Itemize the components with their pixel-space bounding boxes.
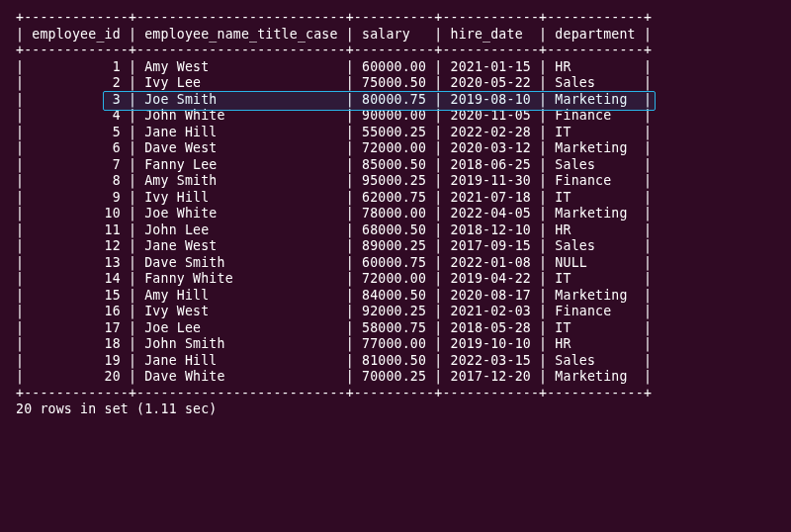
table-row[interactable]: | 4 | John White | 90000.00 | 2020-11-05… — [16, 108, 777, 125]
table-border: +-------------+-------------------------… — [16, 43, 777, 59]
table-row[interactable]: | 7 | Fanny Lee | 85000.50 | 2018-06-25 … — [16, 157, 777, 174]
table-row[interactable]: | 16 | Ivy West | 92000.25 | 2021-02-03 … — [16, 304, 777, 320]
table-row[interactable]: | 17 | Joe Lee | 58000.75 | 2018-05-28 |… — [16, 320, 777, 337]
terminal-output: +-------------+-------------------------… — [0, 0, 791, 434]
table-header: | employee_id | employee_name_title_case… — [16, 27, 777, 44]
table-row[interactable]: | 1 | Amy West | 60000.00 | 2021-01-15 |… — [16, 59, 777, 76]
table-row[interactable]: | 6 | Dave West | 72000.00 | 2020-03-12 … — [16, 140, 777, 157]
table-row[interactable]: | 3 | Joe Smith | 80000.75 | 2019-08-10 … — [16, 92, 777, 109]
result-footer: 20 rows in set (1.11 sec) — [16, 401, 777, 418]
table-row[interactable]: | 10 | Joe White | 78000.00 | 2022-04-05… — [16, 206, 777, 222]
table-row[interactable]: | 14 | Fanny White | 72000.00 | 2019-04-… — [16, 271, 777, 288]
table-row[interactable]: | 9 | Ivy Hill | 62000.75 | 2021-07-18 |… — [16, 190, 777, 207]
table-row[interactable]: | 8 | Amy Smith | 95000.25 | 2019-11-30 … — [16, 173, 777, 190]
table-row[interactable]: | 2 | Ivy Lee | 75000.50 | 2020-05-22 | … — [16, 75, 777, 92]
table-border: +-------------+-------------------------… — [16, 386, 777, 402]
table-row[interactable]: | 13 | Dave Smith | 60000.75 | 2022-01-0… — [16, 255, 777, 272]
table-row[interactable]: | 19 | Jane Hill | 81000.50 | 2022-03-15… — [16, 353, 777, 370]
table-row[interactable]: | 12 | Jane West | 89000.25 | 2017-09-15… — [16, 238, 777, 255]
table-row[interactable]: | 20 | Dave White | 70000.25 | 2017-12-2… — [16, 369, 777, 386]
table-row[interactable]: | 18 | John Smith | 77000.00 | 2019-10-1… — [16, 336, 777, 353]
table-row[interactable]: | 15 | Amy Hill | 84000.50 | 2020-08-17 … — [16, 288, 777, 305]
table-row[interactable]: | 5 | Jane Hill | 55000.25 | 2022-02-28 … — [16, 125, 777, 141]
table-border: +-------------+-------------------------… — [16, 10, 777, 27]
table-row[interactable]: | 11 | John Lee | 68000.50 | 2018-12-10 … — [16, 222, 777, 239]
